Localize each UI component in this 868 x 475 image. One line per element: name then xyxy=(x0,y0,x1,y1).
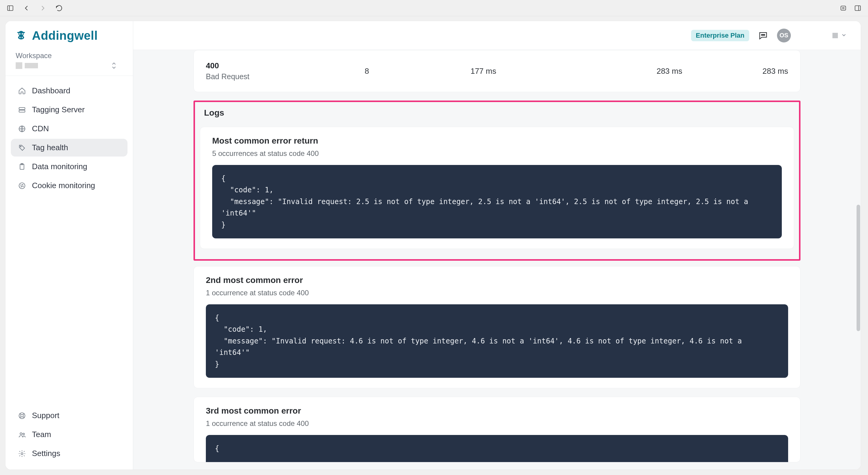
sidebar-item-label: Tag health xyxy=(32,143,68,152)
status-code: 400 xyxy=(206,61,365,70)
svg-line-31 xyxy=(20,417,21,418)
chevron-down-icon xyxy=(841,32,847,39)
error-title: 2nd most common error xyxy=(206,275,788,285)
error-body: { xyxy=(206,435,788,462)
workspace-selector[interactable]: Workspace xyxy=(5,48,133,76)
scrollbar[interactable] xyxy=(857,205,860,331)
sidebar-item-cdn[interactable]: CDN xyxy=(11,120,127,138)
globe-icon xyxy=(18,124,27,133)
sidebar-item-label: Support xyxy=(32,411,59,420)
sidebar-item-support[interactable]: Support xyxy=(11,407,127,425)
gear-icon xyxy=(18,449,27,458)
reload-icon[interactable] xyxy=(56,4,63,12)
error-title: Most common error return xyxy=(212,136,782,146)
sidebar-item-tagging-server[interactable]: Tagging Server xyxy=(11,101,127,118)
svg-point-36 xyxy=(761,34,762,35)
svg-point-11 xyxy=(19,33,20,34)
main: Enterprise Plan OS 400 xyxy=(133,21,861,470)
error-card-1: Most common error return 5 occurrences a… xyxy=(200,127,794,249)
tag-icon xyxy=(18,143,27,152)
svg-point-13 xyxy=(18,36,24,39)
svg-point-15 xyxy=(22,37,23,38)
sidebar: Addingwell Workspace Dashboard xyxy=(5,21,133,470)
svg-rect-0 xyxy=(7,6,13,10)
sidebar-item-label: Data monitoring xyxy=(32,162,87,171)
error-card-3: 3rd most common error 1 occurrence at st… xyxy=(193,397,801,462)
svg-point-19 xyxy=(20,146,21,147)
svg-point-38 xyxy=(764,34,765,35)
svg-line-30 xyxy=(23,413,24,414)
workspace-label: Workspace xyxy=(16,52,123,60)
error-subtitle: 1 occurrence at status code 400 xyxy=(206,289,788,297)
svg-point-26 xyxy=(23,186,23,186)
status-p50: 177 ms xyxy=(470,67,576,76)
svg-point-28 xyxy=(21,414,24,417)
sidebar-item-team[interactable]: Team xyxy=(11,426,127,443)
avatar[interactable]: OS xyxy=(777,29,791,42)
sidebar-item-label: Tagging Server xyxy=(32,105,85,114)
workspace-icon-redacted xyxy=(16,62,22,69)
error-subtitle: 1 occurrence at status code 400 xyxy=(206,419,788,428)
clipboard-icon xyxy=(18,162,27,171)
status-count: 8 xyxy=(365,67,470,76)
sidebar-item-label: Settings xyxy=(32,449,60,458)
svg-point-24 xyxy=(22,184,23,185)
panel-right-icon[interactable] xyxy=(854,4,861,12)
svg-rect-8 xyxy=(17,32,25,33)
svg-point-22 xyxy=(19,183,25,189)
svg-point-23 xyxy=(21,184,22,185)
workspace-mark-redacted xyxy=(832,33,838,38)
server-icon xyxy=(18,105,27,114)
sidebar-item-label: CDN xyxy=(32,124,49,133)
sidebar-item-label: Cookie monitoring xyxy=(32,181,95,190)
lifebuoy-icon xyxy=(18,411,27,420)
svg-point-12 xyxy=(22,33,23,34)
cookie-icon xyxy=(18,181,27,190)
share-icon[interactable] xyxy=(840,4,847,12)
forward-icon[interactable] xyxy=(39,4,46,12)
error-subtitle: 5 occurrences at status code 400 xyxy=(212,149,782,158)
svg-point-35 xyxy=(21,452,23,454)
error-card-2: 2nd most common error 1 occurrence at st… xyxy=(193,266,801,388)
workspace-switcher[interactable] xyxy=(832,32,847,39)
svg-point-37 xyxy=(763,34,764,35)
status-row: 400 Bad Request 8 177 ms 283 ms 283 ms xyxy=(194,50,800,92)
home-icon xyxy=(18,87,27,95)
brand-name: Addingwell xyxy=(32,29,98,42)
nav-list: Dashboard Tagging Server CDN xyxy=(5,76,133,201)
svg-point-25 xyxy=(21,186,22,187)
sidebar-item-label: Team xyxy=(32,430,51,439)
status-p99: 283 ms xyxy=(682,67,788,76)
svg-point-33 xyxy=(20,433,22,435)
svg-rect-16 xyxy=(19,107,25,109)
sidebar-item-cookie-monitoring[interactable]: Cookie monitoring xyxy=(11,177,127,195)
sidebar-item-tag-health[interactable]: Tag health xyxy=(11,139,127,157)
logs-heading: Logs xyxy=(195,102,799,123)
chat-icon[interactable] xyxy=(758,30,769,41)
svg-rect-5 xyxy=(855,6,861,10)
brand-mark-icon xyxy=(14,29,28,42)
topbar: Enterprise Plan OS xyxy=(133,21,861,50)
brand-logo[interactable]: Addingwell xyxy=(5,21,133,48)
sidebar-item-dashboard[interactable]: Dashboard xyxy=(11,82,127,100)
chevron-updown-icon xyxy=(111,61,117,71)
sidebar-item-data-monitoring[interactable]: Data monitoring xyxy=(11,158,127,175)
content-scroll[interactable]: 400 Bad Request 8 177 ms 283 ms 283 ms L… xyxy=(133,50,861,470)
svg-line-29 xyxy=(20,413,21,414)
back-icon[interactable] xyxy=(23,4,30,12)
error-title: 3rd most common error xyxy=(206,406,788,416)
team-icon xyxy=(18,430,27,439)
logs-highlight: Logs Most common error return 5 occurren… xyxy=(193,101,801,261)
error-body: { "code": 1, "message": "Invalid request… xyxy=(206,304,788,378)
browser-toolbar xyxy=(0,0,868,16)
svg-line-32 xyxy=(23,417,24,418)
error-body: { "code": 1, "message": "Invalid request… xyxy=(212,165,782,238)
status-p90: 283 ms xyxy=(576,67,682,76)
sidebar-item-settings[interactable]: Settings xyxy=(11,445,127,462)
sidebar-toggle-icon[interactable] xyxy=(7,4,14,12)
status-text: Bad Request xyxy=(206,72,365,81)
status-summary-card: 400 Bad Request 8 177 ms 283 ms 283 ms xyxy=(193,50,801,92)
workspace-name-redacted xyxy=(25,63,38,68)
svg-point-34 xyxy=(23,433,24,435)
svg-rect-2 xyxy=(841,6,846,10)
